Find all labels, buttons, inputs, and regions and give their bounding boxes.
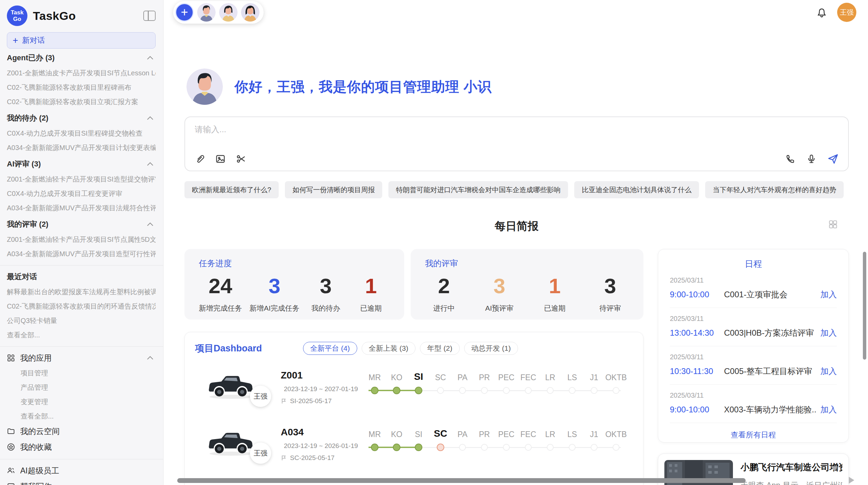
agent-avatar[interactable] xyxy=(219,3,238,22)
scroll-right-arrow[interactable] xyxy=(849,477,854,484)
stats-row: 任务进度 24 新增完成任务 3 新增AI完成任务 xyxy=(184,249,643,320)
app-link-project[interactable]: 项目管理 xyxy=(7,366,156,380)
event-title: C003|H0B-方案冻结评审 xyxy=(724,327,816,338)
sidebar-item-ai-staff[interactable]: AI超级员工 xyxy=(7,463,156,478)
project-info: Z001 2023-12-19 ~ 2027-01-19 SI-2025-05-… xyxy=(281,370,358,405)
sidebar-section-my-todo[interactable]: 我的待办 (2) xyxy=(7,110,156,126)
app-link-change[interactable]: 变更管理 xyxy=(7,395,156,409)
sidebar-item[interactable]: A034-全新新能源MUV产品开发项目造型可行性评审 xyxy=(7,247,156,261)
recent-chat-item[interactable]: C02-飞腾新能源轻客改款项目的闭环通告反馈情况 xyxy=(7,299,156,313)
join-link[interactable]: 加入 xyxy=(820,366,837,377)
notification-bell-icon[interactable] xyxy=(816,7,828,18)
join-link[interactable]: 加入 xyxy=(820,289,837,300)
event-title: X003-车辆动力学性能验... xyxy=(724,404,816,415)
event-date: 2025/03/11 xyxy=(670,276,837,284)
horizontal-scrollbar[interactable] xyxy=(177,478,746,483)
recent-chat-item[interactable]: 公司Q3轻卡销量 xyxy=(7,313,156,328)
phone-icon[interactable] xyxy=(785,154,795,164)
stat-value: 3 xyxy=(481,274,518,298)
stat-label: 新增完成任务 xyxy=(199,303,242,313)
right-column: 日程 2025/03/11 9:00-10:00 C001-立项审批会 加入 2… xyxy=(658,249,849,485)
stat: 2 进行中 xyxy=(425,274,463,313)
message-input[interactable] xyxy=(195,125,581,134)
task-progress-card: 任务进度 24 新增完成任务 3 新增AI完成任务 xyxy=(184,249,404,320)
agent-avatar[interactable] xyxy=(241,3,260,22)
join-link[interactable]: 加入 xyxy=(820,404,837,415)
milestone-timeline: MR KO SI SC PA PR PEC FEC LR LS xyxy=(364,423,627,454)
sidebar-item[interactable]: C0X4-动力总成开发项目工程变更评审 xyxy=(7,186,156,201)
suggestion-chip[interactable]: 比亚迪全固态电池计划具体说了什么 xyxy=(574,181,699,198)
milestone-label: PR xyxy=(473,373,495,382)
send-icon[interactable] xyxy=(828,153,839,164)
sidebar-divider xyxy=(0,346,163,347)
recent-view-all[interactable]: 查看全部... xyxy=(7,328,156,342)
stat-value: 1 xyxy=(352,274,390,298)
composer-toolbar xyxy=(195,153,839,164)
image-icon[interactable] xyxy=(215,154,226,164)
suggestion-chip[interactable]: 当下年轻人对汽车外观有怎样的喜好趋势 xyxy=(705,181,844,198)
suggestion-chips: 欧洲新规最近颁布了什么? 如何写一份清晰的项目周报 特朗普可能对进口汽车增税会对… xyxy=(184,181,849,198)
project-dates: 2023-12-19 ~ 2027-01-19 xyxy=(281,385,358,393)
schedule-card: 日程 2025/03/11 9:00-10:00 C001-立项审批会 加入 2… xyxy=(658,249,849,443)
tab-body[interactable]: 全新上装 (3) xyxy=(362,342,416,355)
people-icon xyxy=(7,467,15,475)
milestone-label-current: SC xyxy=(430,428,451,439)
user-avatar[interactable]: 王强 xyxy=(837,3,856,22)
sidebar-item[interactable]: Z001-全新燃油轻卡产品开发项目SI节点属性5D文件评审 xyxy=(7,232,156,247)
add-agent-button[interactable]: + xyxy=(175,3,194,22)
agent-avatar[interactable] xyxy=(197,3,216,22)
sidebar-section-my-review[interactable]: 我的评审 (2) xyxy=(7,216,156,232)
event-time: 13:00-14:30 xyxy=(670,328,724,338)
stat-label: 进行中 xyxy=(425,303,463,313)
sidebar-collapse-icon[interactable] xyxy=(143,11,156,21)
agent-avatar-pill: + xyxy=(173,1,264,24)
tab-powertrain[interactable]: 动总开发 (1) xyxy=(464,342,518,355)
join-link[interactable]: 加入 xyxy=(820,327,837,338)
card-title: 我的评审 xyxy=(425,258,629,269)
sidebar-section-ai-review[interactable]: AI评审 (3) xyxy=(7,156,156,172)
tab-platform[interactable]: 全新平台 (4) xyxy=(303,342,357,355)
project-row[interactable]: 王强 Z001 2023-12-19 ~ 2027-01-19 xyxy=(195,366,633,405)
view-all-schedule-link[interactable]: 查看所有日程 xyxy=(670,423,837,447)
tab-year[interactable]: 年型 (2) xyxy=(420,342,460,355)
layout-grid-icon[interactable] xyxy=(828,220,838,231)
sidebar-item-favorites[interactable]: 我的收藏 xyxy=(7,439,156,455)
sidebar-item[interactable]: Z001-全新燃油皮卡产品开发项目SI节点Lesson Learn报告 xyxy=(7,66,156,80)
apps-view-all[interactable]: 查看全部... xyxy=(7,409,156,423)
stat-value: 3 xyxy=(307,274,345,298)
briefing-columns: 任务进度 24 新增完成任务 3 新增AI完成任务 xyxy=(184,249,849,485)
dashboard-title: 项目Dashboard xyxy=(195,342,262,355)
milestone-label: FEC xyxy=(517,430,539,439)
microphone-icon[interactable] xyxy=(806,154,817,164)
sidebar-item-my-apps[interactable]: 我的应用 xyxy=(7,350,156,366)
sidebar-item[interactable]: C02-飞腾新能源轻客改款项目立项汇报方案 xyxy=(7,95,156,109)
stat: 1 已逾期 xyxy=(536,274,574,313)
sidebar-item[interactable]: A034-全新新能源MUV产品开发项目法规符合性评审 xyxy=(7,201,156,215)
new-chat-button[interactable]: + 新对话 xyxy=(7,32,156,49)
sidebar-item[interactable]: Z001-全新燃油轻卡产品开发项目SI造型提交物评审 xyxy=(7,172,156,186)
scroll-down-arrow[interactable] xyxy=(831,466,838,471)
project-row[interactable]: 王强 A034 2023-12-19 ~ 2026-01-19 xyxy=(195,423,633,462)
suggestion-chip[interactable]: 特朗普可能对进口汽车增税会对中国车企造成哪些影响 xyxy=(388,181,568,198)
milestone-dot xyxy=(569,387,576,394)
sidebar-item[interactable]: C0X4-动力总成开发项目SI里程碑提交物检查 xyxy=(7,126,156,140)
app-link-product[interactable]: 产品管理 xyxy=(7,380,156,395)
stat-value: 3 xyxy=(250,274,300,298)
vertical-scrollbar[interactable] xyxy=(863,252,866,360)
event-time: 9:00-10:00 xyxy=(670,405,724,414)
sidebar-section-agent-done[interactable]: Agent已办 (3) xyxy=(7,50,156,66)
event-title: C001-立项审批会 xyxy=(724,289,816,300)
suggestion-chip[interactable]: 如何写一份清晰的项目周报 xyxy=(285,181,382,198)
recent-chat-item[interactable]: 解释最新出台的欧盟报废车法规再生塑料比例被调至15%... xyxy=(7,285,156,299)
sidebar-divider xyxy=(0,265,163,265)
sidebar-item[interactable]: A034-全新新能源MUV产品开发项目计划变更表编写 xyxy=(7,140,156,155)
suggestion-chip[interactable]: 欧洲新规最近颁布了什么? xyxy=(184,181,279,198)
sidebar-item[interactable]: C02-飞腾新能源轻客改款项目里程碑画布 xyxy=(7,80,156,95)
stat-value: 3 xyxy=(591,274,629,298)
attach-icon[interactable] xyxy=(195,154,205,164)
schedule-event: 2025/03/11 10:30-11:30 C005-整车工程目标评审 加入 xyxy=(670,346,837,385)
milestone-label: MR xyxy=(364,373,386,382)
scissors-icon[interactable] xyxy=(236,154,246,164)
sidebar-item-cloud[interactable]: 我的云空间 xyxy=(7,423,156,439)
sidebar-item-writing[interactable]: 帮我写作 xyxy=(7,478,156,485)
